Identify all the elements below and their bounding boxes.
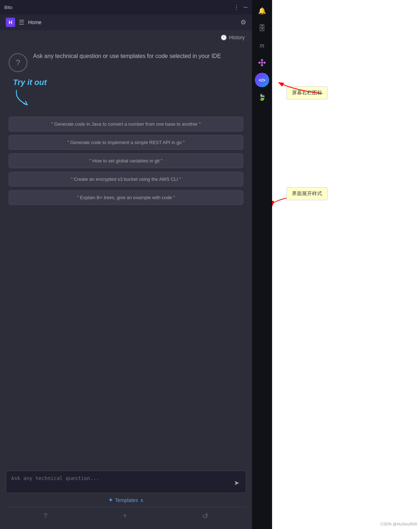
add-nav-icon[interactable]: + [120, 510, 130, 522]
bottom-nav: ? + ↺ [6, 507, 246, 525]
arrow-to-sidebar [272, 65, 330, 108]
send-button[interactable]: ➤ [232, 478, 241, 488]
try-it-out-section: Try it out [13, 78, 243, 108]
database-icon[interactable]: 🗄 [255, 21, 269, 35]
title-bar: Bito ⋮ ─ [0, 0, 252, 14]
input-box: ➤ [6, 471, 246, 493]
history-clock-icon: 🕐 [221, 35, 227, 40]
code-copilot-icon[interactable]: </> [255, 73, 269, 87]
csdn-watermark: CSDN @HuiSoul500 [380, 522, 417, 526]
main-content: ? Ask any technical question or use temp… [0, 45, 252, 466]
svg-point-3 [258, 62, 261, 64]
refresh-nav-icon[interactable]: ↺ [199, 510, 211, 522]
home-badge: H [6, 18, 15, 27]
app-title: Bito [4, 5, 12, 10]
chevron-up-icon: ∧ [140, 497, 144, 503]
templates-icon: ✦ [108, 497, 113, 503]
arrow-to-expand [272, 176, 344, 212]
history-label: History [229, 35, 245, 40]
templates-label: Templates [115, 497, 138, 503]
more-icon[interactable]: ⋮ [234, 4, 239, 11]
question-input[interactable] [11, 475, 230, 488]
suggestion-4[interactable]: " Create an encrypted s3 bucket using th… [9, 172, 243, 187]
help-nav-icon[interactable]: ? [41, 510, 50, 522]
content-area: 🕐 History ? Ask any technical question o… [0, 30, 252, 529]
annotations-area: 屏幕右栏图标 界面展开样式 CSDN @HuiSoul500 [272, 0, 420, 529]
m-letter-icon[interactable]: m [255, 38, 269, 53]
leaf-icon[interactable]: 🍃 [255, 90, 269, 104]
history-bar: 🕐 History [0, 30, 252, 45]
svg-point-2 [261, 64, 263, 66]
suggestion-2[interactable]: " Generate code to implement a simple RE… [9, 135, 243, 150]
svg-point-0 [261, 62, 263, 64]
bottom-area: ➤ ✦ Templates ∧ ? + ↺ [0, 466, 252, 529]
home-tab-label[interactable]: Home [28, 19, 41, 25]
welcome-section: ? Ask any technical question or use temp… [9, 52, 243, 72]
flower-icon[interactable] [255, 55, 269, 70]
suggestion-5[interactable]: " Explain B+ trees, give an example with… [9, 190, 243, 205]
history-button[interactable]: 🕐 History [221, 35, 245, 40]
templates-bar[interactable]: ✦ Templates ∧ [6, 493, 246, 507]
minimize-icon[interactable]: ─ [244, 4, 248, 10]
svg-point-1 [261, 59, 263, 61]
try-it-arrow-icon [13, 89, 42, 107]
settings-gear-icon[interactable]: ⚙ [240, 18, 246, 26]
hamburger-icon[interactable]: ☰ [19, 18, 24, 26]
tab-bar: H ☰ Home ⚙ [0, 14, 252, 30]
suggestions-list: " Generate code in Java to convert a num… [9, 117, 243, 205]
welcome-text: Ask any technical question or use templa… [33, 52, 221, 60]
right-sidebar: 🔔 🗄 m </> 🍃 [252, 0, 272, 529]
svg-point-4 [263, 62, 266, 64]
question-icon: ? [9, 53, 27, 72]
notification-bell-icon[interactable]: 🔔 [255, 4, 269, 18]
suggestion-1[interactable]: " Generate code in Java to convert a num… [9, 117, 243, 131]
try-it-label: Try it out [13, 78, 243, 87]
suggestion-3[interactable]: " How to set global variables in git " [9, 153, 243, 168]
